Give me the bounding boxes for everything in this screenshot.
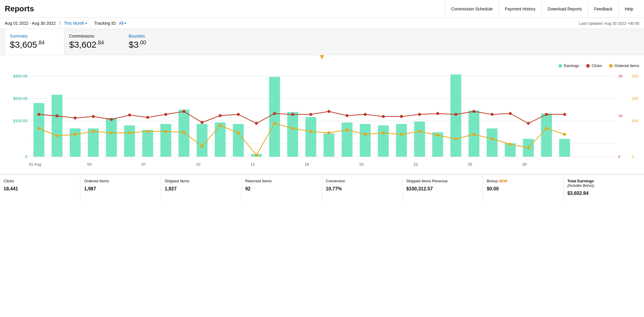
svg-point-48 <box>74 116 77 119</box>
svg-point-56 <box>219 114 222 117</box>
svg-text:2K: 2K <box>618 74 623 78</box>
svg-point-59 <box>273 112 276 115</box>
svg-text:1K: 1K <box>618 114 623 118</box>
svg-point-94 <box>364 133 367 136</box>
svg-point-54 <box>182 110 185 113</box>
svg-point-69 <box>454 113 457 116</box>
tab-commissions-amount: $3,602.84 <box>69 40 115 50</box>
nav-download-reports[interactable]: Download Reports <box>542 1 588 17</box>
svg-point-78 <box>74 133 77 136</box>
stat-clicks-value: 18,441 <box>4 186 77 192</box>
stat-shipped-revenue-label: Shipped Items Revenue <box>406 179 479 183</box>
svg-point-47 <box>55 114 58 117</box>
svg-point-53 <box>164 113 167 116</box>
svg-text:100: 100 <box>632 119 638 123</box>
clicks-dot <box>586 64 590 68</box>
svg-rect-26 <box>215 122 226 157</box>
svg-point-63 <box>346 114 349 117</box>
page-title: Reports <box>5 0 34 18</box>
stat-shipped-value: 1,927 <box>165 186 238 192</box>
svg-rect-34 <box>360 124 371 157</box>
svg-point-71 <box>491 113 494 116</box>
svg-point-81 <box>128 131 131 134</box>
svg-point-103 <box>527 146 530 149</box>
svg-rect-41 <box>487 128 498 157</box>
last-updated: Last Updated: Aug 30 2022 +00:00 <box>579 21 639 26</box>
this-month-label: This Month <box>64 21 84 26</box>
tab-summary-dollar: $3,605 <box>10 40 37 49</box>
stat-ordered-label: Ordered Items <box>84 179 157 183</box>
stat-clicks-label: Clicks <box>4 179 77 183</box>
this-month-dropdown[interactable]: This Month ▾ <box>64 21 87 26</box>
svg-text:0: 0 <box>25 154 27 159</box>
svg-point-73 <box>527 122 530 125</box>
svg-point-58 <box>255 122 258 125</box>
svg-text:07: 07 <box>141 162 146 167</box>
svg-text:0: 0 <box>632 154 634 159</box>
nav-feedback[interactable]: Feedback <box>588 1 618 17</box>
stat-ordered-items: Ordered Items 1,987 <box>80 175 161 200</box>
svg-text:25: 25 <box>468 162 472 167</box>
date-range: Aug 01 2022 - Aug 30 2022 <box>5 21 55 26</box>
svg-text:28: 28 <box>522 162 527 167</box>
svg-rect-20 <box>106 118 117 157</box>
legend-clicks: Clicks <box>586 63 602 68</box>
chart-svg: $300.00 $200.00 $100.00 0 2K 1K 0 300 20… <box>5 70 639 172</box>
svg-point-75 <box>563 113 566 116</box>
svg-text:19: 19 <box>359 162 364 167</box>
svg-point-98 <box>436 134 439 137</box>
svg-point-101 <box>491 137 494 140</box>
svg-rect-21 <box>124 125 135 157</box>
stat-returned-items: Returned Items 92 <box>242 175 322 200</box>
svg-rect-37 <box>414 122 425 157</box>
stat-bonus: Bonus NEW $0.00 <box>483 175 564 200</box>
svg-rect-45 <box>559 139 570 157</box>
tab-summary-amount: $3,605.84 <box>10 40 55 50</box>
nav-help[interactable]: Help <box>618 1 639 17</box>
tab-commissions[interactable]: Commissions $3,602.84 <box>64 29 124 55</box>
svg-point-66 <box>400 115 403 118</box>
svg-rect-31 <box>305 117 316 157</box>
svg-rect-29 <box>269 77 280 157</box>
tracking-dropdown[interactable]: All ▾ <box>119 21 127 26</box>
stats-table: Clicks 18,441 Ordered Items 1,987 Shippe… <box>0 174 644 200</box>
tab-bounties-cents: .00 <box>139 40 146 46</box>
tab-bounties-label: Bounties <box>129 34 175 38</box>
summary-tabs: Summary $3,605.84 Commissions $3,602.84 … <box>0 29 644 55</box>
svg-point-89 <box>273 122 276 125</box>
svg-text:10: 10 <box>196 162 200 167</box>
svg-point-77 <box>55 134 58 137</box>
stat-shipped-items: Shipped Items 1,927 <box>161 175 242 200</box>
svg-point-65 <box>382 115 385 118</box>
earnings-dot <box>559 64 562 68</box>
svg-point-50 <box>110 118 113 121</box>
stat-returned-label: Returned Items <box>245 179 318 183</box>
svg-point-95 <box>382 131 385 134</box>
tab-bounties-amount: $3.00 <box>129 40 175 50</box>
svg-point-86 <box>219 124 222 127</box>
svg-point-99 <box>454 137 457 140</box>
svg-rect-36 <box>396 124 407 157</box>
svg-point-85 <box>200 145 203 148</box>
svg-text:22: 22 <box>413 162 418 167</box>
svg-rect-27 <box>233 124 244 157</box>
ordered-dot <box>609 64 613 68</box>
svg-point-83 <box>164 130 167 133</box>
nav-payment-history[interactable]: Payment History <box>499 1 542 17</box>
stat-bonus-value: $0.00 <box>487 186 560 192</box>
stat-conversion-label: Conversion <box>326 179 399 183</box>
chart-section: Earnings Clicks Ordered Items $300.00 $2… <box>0 59 644 172</box>
legend-clicks-label: Clicks <box>592 63 602 68</box>
svg-point-67 <box>418 113 421 116</box>
svg-point-82 <box>146 130 149 133</box>
tab-bounties[interactable]: Bounties $3.00 <box>124 29 183 55</box>
svg-rect-33 <box>342 122 353 157</box>
svg-point-100 <box>472 133 475 136</box>
svg-point-68 <box>436 112 439 115</box>
svg-text:04: 04 <box>87 162 92 167</box>
legend-earnings-label: Earnings <box>564 63 579 68</box>
svg-point-87 <box>237 131 240 134</box>
tab-summary[interactable]: Summary $3,605.84 <box>5 29 64 55</box>
nav-commission-schedule[interactable]: Commission Schedule <box>445 1 499 17</box>
svg-point-91 <box>309 130 312 133</box>
